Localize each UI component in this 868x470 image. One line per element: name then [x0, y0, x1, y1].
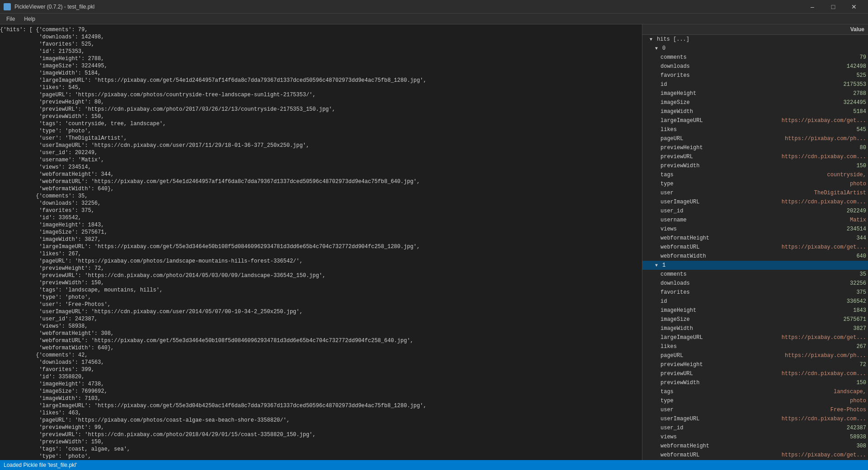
code-line: 'id': 3358820, [0, 373, 642, 381]
tree-row-imagewidth-1[interactable]: imageWidth 3827 [642, 324, 868, 333]
tree-row-previewheight-1[interactable]: previewHeight 72 [642, 360, 868, 369]
tree-row-pageurl-0[interactable]: pageURL https://pixabay.com/ph... [642, 134, 868, 143]
tree-row-imagesize-1[interactable]: imageSize 2575671 [642, 315, 868, 324]
code-line: 'pageURL': 'https://pixabay.com/photos/c… [0, 417, 642, 424]
tree-row-imagesize-0[interactable]: imageSize 3224495 [642, 98, 868, 107]
code-line: 'imageWidth': 3827, [0, 236, 642, 243]
code-line: 'username': 'Matix', [0, 156, 642, 164]
tree-hits-row[interactable]: ▼ hits [...] [642, 35, 868, 44]
tree-row-type-1[interactable]: type photo [642, 396, 868, 405]
tree-row-views-0[interactable]: views 234514 [642, 225, 868, 234]
expand-icon-1: ▼ [655, 263, 660, 268]
tree-key-favorites-0: favorites [660, 72, 776, 79]
code-line: 'views': 234514, [0, 164, 642, 171]
tree-key-webformaturl-1: webformatURL [660, 452, 776, 458]
tree-row-pageurl-1[interactable]: pageURL https://pixabay.com/ph... [642, 351, 868, 360]
tree-row-user-1[interactable]: user Free-Photos [642, 405, 868, 414]
tree-row-comments-1[interactable]: comments 35 [642, 270, 868, 279]
tree-row-imagewidth-0[interactable]: imageWidth 5184 [642, 107, 868, 116]
tree-panel: Value ▼ hits [...] ▼ 0 comments 79 downl… [642, 24, 868, 460]
tree-key-webformatwidth-0: webformatWidth [660, 253, 776, 259]
code-line: 'downloads': 174563, [0, 359, 642, 366]
code-line: 'views': 58938, [0, 323, 642, 330]
tree-row-downloads-1[interactable]: downloads 32256 [642, 279, 868, 288]
tree-row-webformatheight-0[interactable]: webformatHeight 344 [642, 234, 868, 243]
tree-row-favorites-1[interactable]: favorites 375 [642, 288, 868, 297]
minimize-button[interactable]: – [802, 0, 823, 14]
tree-key-imagesize-0: imageSize [660, 99, 776, 106]
tree-value-likes-1: 267 [776, 343, 866, 350]
maximize-button[interactable]: □ [823, 0, 844, 14]
tree-row-userimageurl-0[interactable]: userImageURL https://cdn.pixabay.com... [642, 197, 868, 207]
close-button[interactable]: ✕ [844, 0, 864, 14]
window-controls: – □ ✕ [802, 0, 864, 14]
tree-row-previewwidth-0[interactable]: previewWidth 150 [642, 161, 868, 170]
tree-value-userid-0: 202249 [776, 208, 866, 214]
tree-row-imageheight-0[interactable]: imageHeight 2788 [642, 89, 868, 98]
code-line: {'comments': 35, [0, 193, 642, 200]
tree-row-webformatheight-1[interactable]: webformatHeight 308 [642, 442, 868, 451]
tree-value-previewurl-1: https://cdn.pixabay.com... [776, 371, 866, 377]
tree-key-userimageurl-0: userImageURL [660, 199, 776, 205]
tree-row-likes-0[interactable]: likes 545 [642, 125, 868, 134]
tree-row-user-0[interactable]: user TheDigitalArtist [642, 188, 868, 197]
tree-row-userid-1[interactable]: user_id 242387 [642, 423, 868, 432]
tree-row-downloads-0[interactable]: downloads 142498 [642, 62, 868, 71]
code-line: 'previewURL': 'https://cdn.pixabay.com/p… [0, 106, 642, 113]
tree-item0-row[interactable]: ▼ 0 [642, 44, 868, 53]
code-line: 'tags': 'countryside, tree, landscape', [0, 120, 642, 127]
code-line: 'favorites': 399, [0, 366, 642, 373]
title-bar-left: PickleViewer (0.7.2) - test_file.pkl [4, 3, 94, 10]
code-line: 'previewHeight': 99, [0, 424, 642, 431]
tree-row-views-1[interactable]: views 58938 [642, 432, 868, 442]
menu-help[interactable]: Help [19, 15, 40, 23]
tree-value-imagesize-0: 3224495 [776, 99, 866, 106]
tree-row-largeimagurl-0[interactable]: largeImageURL https://pixabay.com/get... [642, 116, 868, 125]
app-icon [4, 3, 11, 10]
tree-row-comments-0[interactable]: comments 79 [642, 53, 868, 62]
tree-value-favorites-0: 525 [776, 72, 866, 79]
tree-row-previewheight-0[interactable]: previewHeight 80 [642, 143, 868, 152]
tree-row-tags-0[interactable]: tags countryside, [642, 170, 868, 179]
tree-key-imageheight-0: imageHeight [660, 90, 776, 97]
tree-item1-row[interactable]: ▼ 1 [642, 261, 868, 270]
tree-row-username-0[interactable]: username Matix [642, 216, 868, 225]
tree-row-id-0[interactable]: id 2175353 [642, 80, 868, 89]
tree-row-imageheight-1[interactable]: imageHeight 1843 [642, 306, 868, 315]
tree-value-userimageurl-1: https://cdn.pixabay.com... [776, 416, 866, 422]
tree-row-userid-0[interactable]: user_id 202249 [642, 207, 868, 216]
tree-row-previewwidth-1[interactable]: previewWidth 150 [642, 378, 868, 387]
tree-value-id-0: 2175353 [776, 81, 866, 88]
menu-file[interactable]: File [2, 15, 19, 23]
code-line: 'imageSize': 2575671, [0, 229, 642, 236]
code-panel[interactable]: {'hits': [ {'comments': 79, 'downloads':… [0, 24, 642, 460]
tree-key-comments-0: comments [660, 54, 776, 61]
tree-row-id-1[interactable]: id 336542 [642, 297, 868, 306]
tree-key-userid-0: user_id [660, 208, 776, 214]
tree-key-imagewidth-1: imageWidth [660, 325, 776, 332]
code-line: 'user': 'Free-Photos', [0, 301, 642, 308]
tree-row-type-0[interactable]: type photo [642, 179, 868, 188]
tree-row-webformatwidth-0[interactable]: webformatWidth 640 [642, 252, 868, 261]
tree-row-likes-1[interactable]: likes 267 [642, 342, 868, 351]
tree-row-previewurl-0[interactable]: previewURL https://cdn.pixabay.com... [642, 152, 868, 161]
tree-row-tags-1[interactable]: tags landscape, [642, 387, 868, 396]
tree-row-userimageurl-1[interactable]: userImageURL https://cdn.pixabay.com... [642, 414, 868, 423]
tree-row-favorites-0[interactable]: favorites 525 [642, 71, 868, 80]
tree-content[interactable]: ▼ hits [...] ▼ 0 comments 79 downloads 1… [642, 35, 868, 460]
tree-value-largeimageurl-0: https://pixabay.com/get... [776, 118, 866, 124]
tree-value-webformatheight-0: 344 [776, 235, 866, 241]
tree-row-webformaturl-1[interactable]: webformatURL https://pixabay.com/get... [642, 451, 868, 460]
tree-key-downloads-0: downloads [660, 63, 776, 70]
tree-key-type-0: type [660, 181, 776, 187]
code-line: {'comments': 42, [0, 352, 642, 359]
tree-key-webformatheight-0: webformatHeight [660, 235, 776, 241]
tree-row-previewurl-1[interactable]: previewURL https://cdn.pixabay.com... [642, 369, 868, 378]
code-line: 'likes': 463, [0, 409, 642, 417]
tree-value-imageheight-1: 1843 [776, 307, 866, 314]
code-line: 'user_id': 202249, [0, 149, 642, 156]
tree-row-largeimageurl-1[interactable]: largeImageURL https://pixabay.com/get... [642, 333, 868, 342]
tree-value-comments-0: 79 [776, 54, 866, 61]
tree-value-imageheight-0: 2788 [776, 90, 866, 97]
tree-row-webformaturl-0[interactable]: webformatURL https://pixabay.com/get... [642, 243, 868, 252]
